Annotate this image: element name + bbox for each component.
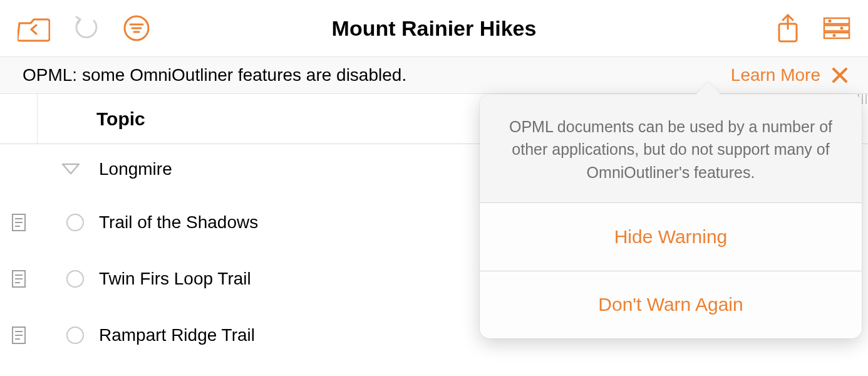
row-label[interactable]: Longmire [99,159,172,179]
note-icon [11,269,26,288]
circle-handle-icon [66,326,84,344]
learn-more-link[interactable]: Learn More [731,65,820,85]
undo-icon [73,14,100,42]
svg-rect-6 [824,26,849,31]
filter-lines-icon [123,14,150,42]
hide-warning-button[interactable]: Hide Warning [480,203,862,271]
inspector-panel-icon [823,16,850,41]
note-icon [11,326,26,345]
share-icon [775,13,800,44]
filter-button[interactable] [123,14,150,42]
gutter [0,94,38,144]
toolbar-left [18,14,150,42]
toolbar: Mount Rainier Hikes [0,0,868,56]
topic-column-header[interactable]: Topic [96,108,145,130]
svg-point-8 [829,19,832,23]
inspector-button[interactable] [823,16,850,41]
note-toggle[interactable] [0,269,38,288]
note-icon [11,213,26,232]
row-label[interactable]: Rampart Ridge Trail [99,325,255,345]
svg-point-10 [833,34,836,37]
row-handle[interactable] [63,214,88,231]
share-button[interactable] [775,13,800,44]
row-label[interactable]: Trail of the Shadows [99,212,258,232]
dont-warn-again-button[interactable]: Don't Warn Again [480,271,862,338]
row-label[interactable]: Twin Firs Loop Trail [99,269,251,289]
close-icon [830,66,849,85]
disclosure-triangle[interactable] [55,162,86,176]
svg-rect-5 [824,18,849,24]
svg-point-9 [840,27,844,30]
note-toggle[interactable] [0,326,38,345]
undo-button[interactable] [73,14,100,42]
note-toggle[interactable] [0,213,38,232]
folder-back-icon [18,14,50,42]
dismiss-banner-button[interactable] [830,66,849,85]
chevron-down-icon [61,162,81,176]
toolbar-right [775,13,850,44]
row-handle[interactable] [63,270,88,288]
popover-message: OPML documents can be used by a number o… [480,94,862,203]
opml-warning-banner: OPML: some OmniOutliner features are dis… [0,56,868,94]
circle-handle-icon [66,270,84,288]
learn-more-popover: OPML documents can be used by a number o… [480,94,862,338]
documents-back-button[interactable] [18,14,50,42]
row-handle[interactable] [63,326,88,344]
svg-rect-7 [824,33,849,38]
circle-handle-icon [66,214,84,231]
banner-message: OPML: some OmniOutliner features are dis… [23,65,721,85]
